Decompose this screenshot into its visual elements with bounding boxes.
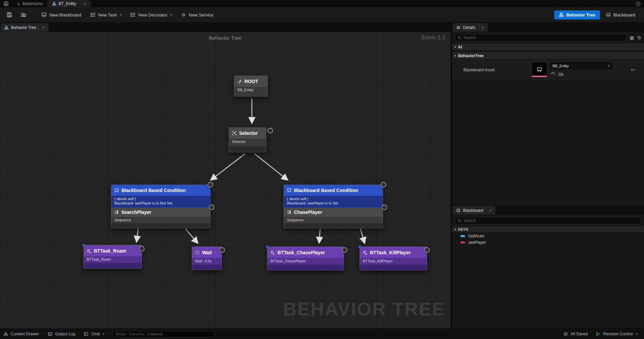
new-blackboard-button[interactable]: New Blackboard <box>38 10 85 20</box>
execution-index-badge <box>424 247 430 253</box>
asset-action-icons <box>551 72 563 76</box>
decorator-icon <box>130 12 136 17</box>
details-search-box[interactable] <box>455 34 627 41</box>
blackboard-key-seeplayer[interactable]: seePlayer <box>452 239 644 246</box>
blackboard-decorator-icon <box>114 188 119 193</box>
details-body: ▦ ⚙ ▾ AI ▾ BehaviorTree Blackboard Asset <box>452 32 644 205</box>
blackboard-decorator-icon <box>287 188 292 193</box>
tab-details[interactable]: Details × <box>453 23 488 32</box>
root-icon <box>237 79 242 84</box>
details-panel: Details × ▦ ⚙ ▾ AI <box>452 23 644 205</box>
details-section-behaviortree[interactable]: ▾ BehaviorTree <box>452 52 644 60</box>
node-subtitle: Sequence <box>284 217 383 223</box>
unreal-logo-icon[interactable] <box>0 0 12 7</box>
use-selected-asset-icon[interactable] <box>551 72 555 76</box>
graph-tabstrip: Behavior Tree × <box>0 23 451 32</box>
key-color-icon <box>460 241 465 243</box>
execution-index-badge <box>207 182 213 188</box>
window-tab-label: Backrooms <box>23 1 43 6</box>
keys-header-label: KEYS <box>458 227 468 231</box>
settings-gear-icon[interactable]: ⚙ <box>637 35 641 40</box>
close-icon[interactable]: × <box>42 26 45 30</box>
console-command-input[interactable] <box>113 331 214 337</box>
node-footer <box>267 265 344 270</box>
details-search-input[interactable] <box>463 35 624 40</box>
details-search-row: ▦ ⚙ <box>452 32 644 43</box>
chevron-down-icon: ▾ <box>171 13 172 16</box>
save-icon <box>7 12 12 17</box>
node-bttask-chaseplayer[interactable]: BTTask_ChasePlayer BTTask_ChasePlayer <box>267 247 344 270</box>
blackboard-mode-label: Blackboard <box>613 12 635 17</box>
asset-thumbnail[interactable] <box>532 62 547 77</box>
node-root[interactable]: ROOT BB_Entity <box>234 76 268 97</box>
window-tab-backrooms[interactable]: ⚠ Backrooms <box>12 0 47 7</box>
cmd-label: Cmd <box>91 332 100 336</box>
behavior-tree-mode-button[interactable]: Behavior Tree <box>554 10 600 20</box>
details-tabstrip: Details × <box>452 23 644 32</box>
node-subtitle: Selector <box>229 139 266 147</box>
browse-to-asset-button[interactable] <box>17 10 30 20</box>
revision-control-icon <box>596 332 600 336</box>
blackboard-mode-button[interactable]: Blackboard <box>606 12 635 17</box>
zoom-level: Zoom 1:1 <box>421 35 445 41</box>
content-drawer-icon <box>3 332 8 336</box>
node-title: ChasePlayer <box>294 210 322 215</box>
graph-editor-column: Behavior Tree × Behavior Tree Zoom 1:1 B… <box>0 23 451 329</box>
output-log-icon <box>48 332 52 336</box>
chevron-down-icon: ▾ <box>103 332 105 336</box>
node-searchplayer[interactable]: Blackboard Based Condition ( aborts self… <box>111 185 211 228</box>
blueprint-marker <box>82 244 85 247</box>
close-icon[interactable]: × <box>489 209 492 213</box>
blackboard-tabstrip: Blackboard × <box>452 205 644 215</box>
collapse-arrow-icon: ▾ <box>454 45 456 49</box>
details-section-ai[interactable]: ▾ AI <box>452 43 644 51</box>
reset-to-default-icon[interactable]: ↩ <box>631 67 635 73</box>
node-bttask-killplayer[interactable]: BTTask_KillPlayer BTTask_KillPlayer <box>359 247 427 270</box>
new-decorator-button[interactable]: New Decorator ▾ <box>127 10 175 20</box>
blackboard-asset-dropdown[interactable]: BB_Entity ▾ <box>550 62 612 69</box>
dropdown-selected-value: BB_Entity <box>553 64 569 68</box>
decorator-abort-mode: ( aborts self ) <box>287 197 380 201</box>
new-service-button[interactable]: New Service <box>178 10 217 20</box>
new-service-label: New Service <box>189 12 214 17</box>
saved-check-icon <box>563 332 568 336</box>
node-footer <box>111 223 210 228</box>
decorator-condition: Blackboard: seePlayer is Is Not Set <box>114 201 207 205</box>
output-log-button[interactable]: Output Log <box>48 332 75 336</box>
window-tab-bt-entity[interactable]: BT_Entity × <box>47 0 91 7</box>
all-saved-indicator[interactable]: All Saved <box>563 332 588 336</box>
node-bttask-roam[interactable]: BTTask_Roam BTTask_Roam <box>83 245 142 269</box>
keys-section-header[interactable]: ▾ KEYS <box>452 226 644 233</box>
node-chaseplayer[interactable]: Blackboard Based Condition ( aborts self… <box>283 185 383 228</box>
browse-to-asset-icon[interactable] <box>559 72 563 76</box>
tab-blackboard[interactable]: Blackboard × <box>453 206 495 215</box>
node-subtitle: Sequence <box>111 217 210 223</box>
blackboard-body: ▾ KEYS SelfActor seePlayer <box>452 215 644 329</box>
tab-behavior-tree-graph[interactable]: Behavior Tree × <box>1 23 48 32</box>
node-selector[interactable]: Selector Selector <box>229 127 266 152</box>
graph-canvas[interactable]: Behavior Tree Zoom 1:1 BEHAVIOR TREE <box>0 32 451 329</box>
blackboard-search-input[interactable] <box>463 218 639 223</box>
execution-index-badge <box>381 204 387 210</box>
blueprint-marker <box>358 246 361 248</box>
display-filter-icon[interactable]: ▦ <box>630 35 634 40</box>
behavior-tree-icon <box>559 12 564 17</box>
new-decorator-label: New Decorator <box>138 12 167 17</box>
close-icon[interactable]: × <box>84 2 86 6</box>
node-wait[interactable]: Wait Wait: 3.0s <box>192 247 222 270</box>
details-icon <box>456 26 460 30</box>
titlebar-status-icon[interactable] <box>636 1 641 6</box>
close-icon[interactable]: × <box>482 26 484 30</box>
new-task-button[interactable]: New Task ▾ <box>87 10 125 20</box>
blackboard-search-box[interactable] <box>455 217 641 224</box>
content-drawer-button[interactable]: Content Drawer <box>3 332 39 336</box>
decorator-body: ( aborts self ) Blackboard: seePlayer is… <box>284 196 383 208</box>
section-label: BehaviorTree <box>458 53 484 58</box>
blackboard-key-selfactor[interactable]: SelfActor <box>452 233 644 239</box>
save-button[interactable] <box>3 10 15 20</box>
execution-index-badge <box>139 246 145 252</box>
cmd-selector[interactable]: Cmd ▾ <box>84 332 104 336</box>
node-subtitle: BTTask_KillPlayer <box>360 258 427 265</box>
node-title: BTTask_Roam <box>94 248 126 254</box>
revision-control-button[interactable]: Revision Control ▾ <box>596 332 637 336</box>
